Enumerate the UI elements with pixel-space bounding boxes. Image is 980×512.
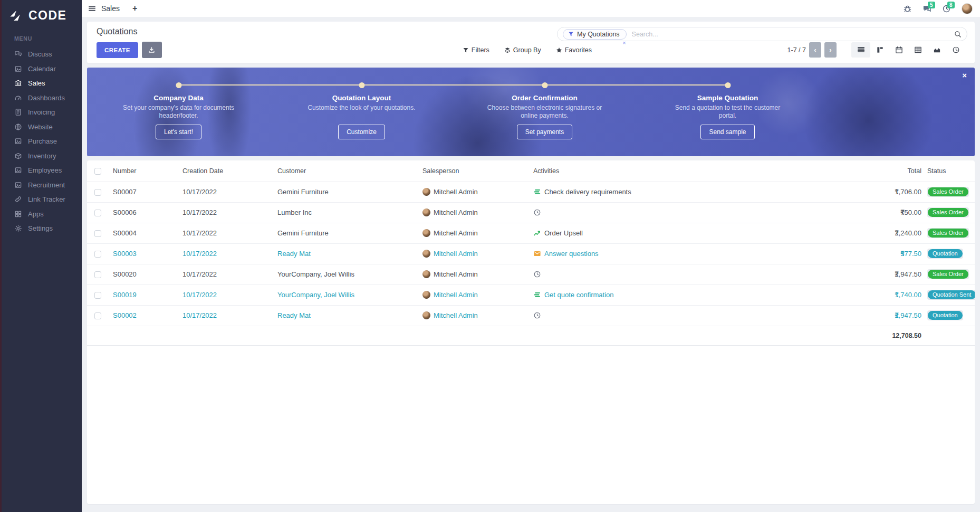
view-switch-list[interactable] <box>851 42 870 58</box>
column-header-customer[interactable]: Customer <box>277 160 422 182</box>
user-avatar[interactable] <box>962 3 973 14</box>
search-facet[interactable]: My Quotations × <box>563 29 627 40</box>
new-tab-button[interactable]: + <box>132 4 137 13</box>
step-action-button[interactable]: Send sample <box>700 125 754 139</box>
column-header-activities[interactable]: Activities <box>533 160 847 182</box>
search-facet-label: My Quotations <box>577 31 620 38</box>
timeline-dot <box>542 82 547 88</box>
step-description: Choose between electronic signatures or … <box>483 104 607 120</box>
step-description: Set your company's data for documents he… <box>117 104 241 120</box>
table-row[interactable]: S0001910/17/2022YourCompany, Joel Willis… <box>87 285 975 305</box>
row-checkbox[interactable] <box>94 230 101 237</box>
cell-total: 1,740.00 <box>895 291 921 299</box>
sidebar-item-label: Settings <box>28 224 53 232</box>
status-badge-label: Sales Order <box>928 187 968 196</box>
activity-envelope-icon[interactable] <box>533 250 541 258</box>
messages-icon[interactable]: 5 <box>923 4 931 13</box>
filters-menu[interactable]: Filters <box>463 46 489 54</box>
activity-chart-icon[interactable] <box>533 229 541 237</box>
column-header-total[interactable]: Total <box>847 160 926 182</box>
column-header-salesperson[interactable]: Salesperson <box>422 160 533 182</box>
table-row[interactable]: S0000310/17/2022Ready MatMitchell AdminA… <box>87 243 975 264</box>
step-description: Customize the look of your quotations. <box>300 104 424 120</box>
activities-clock-icon[interactable]: 8 <box>942 4 951 13</box>
table-row[interactable]: S0000410/17/2022Gemini FurnitureMitchell… <box>87 223 975 243</box>
graph-view-icon <box>933 46 941 54</box>
activity-list-icon[interactable] <box>533 188 541 196</box>
view-switch-calendar[interactable] <box>889 42 908 58</box>
search-icon[interactable] <box>954 31 962 38</box>
activity-clock-icon[interactable] <box>533 208 541 216</box>
salesperson-avatar <box>422 188 430 196</box>
view-switch-graph[interactable] <box>927 42 946 58</box>
table-row[interactable]: S0000710/17/2022Gemini FurnitureMitchell… <box>87 182 975 202</box>
column-header-status[interactable]: Status <box>926 160 975 182</box>
table-row[interactable]: S0002010/17/2022YourCompany, Joel Willis… <box>87 264 975 285</box>
sidebar-item-employees[interactable]: Employees <box>2 163 82 178</box>
debug-bug-icon[interactable] <box>903 4 912 13</box>
view-switch-kanban[interactable] <box>870 42 889 58</box>
dashboards-icon <box>14 94 22 102</box>
sidebar-item-purchase[interactable]: Purchase <box>2 134 82 149</box>
sidebar-item-link-tracker[interactable]: Link Tracker <box>2 192 82 207</box>
row-checkbox[interactable] <box>94 292 101 299</box>
activity-list-icon[interactable] <box>533 291 541 299</box>
favorites-menu[interactable]: Favorites <box>556 46 592 54</box>
row-checkbox[interactable] <box>94 210 101 216</box>
sidebar-item-dashboards[interactable]: Dashboards <box>2 91 82 106</box>
step-description: Send a quotation to test the customer po… <box>666 104 790 120</box>
app-tab-sales[interactable]: Sales <box>101 4 120 13</box>
sidebar-item-calendar[interactable]: Calendar <box>2 62 82 77</box>
sidebar-item-apps[interactable]: Apps <box>2 207 82 222</box>
quotations-table: Number Creation Date Customer Salesperso… <box>87 160 975 346</box>
row-checkbox[interactable] <box>94 271 101 278</box>
column-header-number[interactable]: Number <box>112 160 182 182</box>
sidebar-item-discuss[interactable]: Discuss <box>2 47 82 62</box>
group-by-menu[interactable]: Group By <box>504 46 541 54</box>
hamburger-menu-icon[interactable] <box>88 5 96 13</box>
sidebar-item-label: Sales <box>28 79 45 87</box>
search-box[interactable]: My Quotations × <box>557 27 967 41</box>
sidebar-item-website[interactable]: Website <box>2 120 82 135</box>
link-tracker-icon <box>14 195 22 203</box>
view-switch-pivot[interactable] <box>908 42 927 58</box>
select-all-checkbox[interactable] <box>94 168 101 175</box>
banner-close-icon[interactable]: × <box>962 71 967 79</box>
timeline-dot <box>176 82 181 88</box>
table-row[interactable]: S0000210/17/2022Ready MatMitchell Admin₹… <box>87 305 975 326</box>
export-button[interactable] <box>142 42 162 58</box>
pager-previous-button[interactable]: ‹ <box>809 42 821 58</box>
table-footer-row: 12,708.50 <box>87 326 975 345</box>
activity-clock-icon[interactable] <box>533 311 541 319</box>
table-row[interactable]: S0000610/17/2022Lumber IncMitchell Admin… <box>87 202 975 223</box>
sidebar-item-settings[interactable]: Settings <box>2 221 82 236</box>
row-checkbox[interactable] <box>94 251 101 258</box>
sidebar-item-inventory[interactable]: Inventory <box>2 149 82 164</box>
app-logo[interactable]: CODE <box>2 0 82 32</box>
pager-next-button[interactable]: › <box>824 42 837 58</box>
step-action-button[interactable]: Set payments <box>517 125 572 139</box>
salesperson-avatar <box>422 208 430 216</box>
view-switch-activity[interactable] <box>946 42 965 58</box>
create-button[interactable]: CREATE <box>97 42 138 58</box>
activity-clock-icon[interactable] <box>533 270 541 278</box>
step-action-button[interactable]: Customize <box>338 125 385 139</box>
row-checkbox[interactable] <box>94 189 101 196</box>
cell-creation-date: 10/17/2022 <box>182 243 277 264</box>
cell-salesperson: Mitchell Admin <box>434 291 478 299</box>
search-input[interactable] <box>631 30 954 39</box>
onboarding-step: Order ConfirmationChoose between electro… <box>453 68 636 156</box>
main-area: Sales + 5 8 Quotations My Quotati <box>82 0 980 512</box>
row-checkbox[interactable] <box>94 312 101 319</box>
column-header-creation-date[interactable]: Creation Date <box>182 160 277 182</box>
sidebar-item-sales[interactable]: Sales <box>2 76 82 91</box>
sidebar-item-invoicing[interactable]: Invoicing <box>2 105 82 120</box>
sidebar-item-label: Employees <box>28 166 62 174</box>
list-view-icon <box>857 46 865 54</box>
sidebar-item-recruitment[interactable]: Recruitment <box>2 178 82 193</box>
step-action-button[interactable]: Let's start! <box>156 125 201 139</box>
kanban-view-icon <box>876 46 884 54</box>
facet-remove-icon[interactable]: × <box>622 40 626 46</box>
inventory-icon <box>14 152 22 160</box>
onboarding-step: Quotation LayoutCustomize the look of yo… <box>270 68 453 156</box>
